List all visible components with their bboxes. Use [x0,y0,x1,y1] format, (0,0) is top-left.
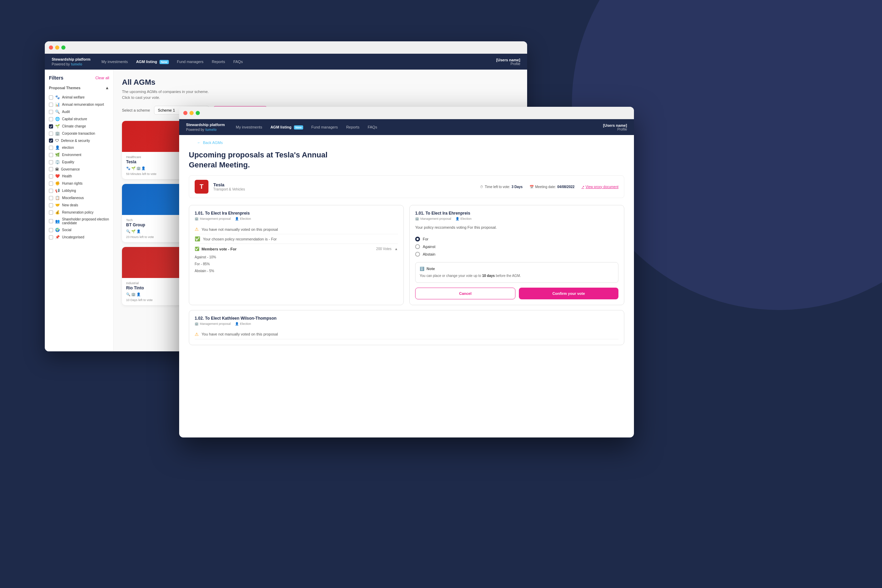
proposal-tag-election-r: 👤 Election [456,217,472,220]
filter-checkbox[interactable] [49,196,53,200]
filter-corporate-transaction[interactable]: 🏢 Corporate transaction [49,130,109,137]
filter-checkbox[interactable] [49,160,53,164]
filter-checkbox[interactable] [49,153,53,157]
proxy-document-link[interactable]: ↗ View proxy document [582,185,618,189]
nav-faqs-front[interactable]: FAQs [368,125,377,129]
filter-remuneration-policy[interactable]: 💰 Remuneration policy [49,209,109,216]
filter-checkbox[interactable] [49,182,53,186]
members-vote-label: ✅ Members vote - For [195,247,236,251]
filter-checkbox[interactable] [49,174,53,178]
filter-label: New deals [62,203,78,207]
filter-human-rights[interactable]: ✊ Human rights [49,180,109,187]
filter-icon: 🏢 [55,131,60,136]
nav-fund-managers-front[interactable]: Fund managers [312,125,338,129]
browser-chrome [45,41,527,54]
filter-checkbox[interactable] [49,110,53,114]
filter-equality[interactable]: ⚖️ Equality [49,159,109,166]
filter-checkbox[interactable] [49,203,53,207]
filter-icon: 📌 [55,235,60,239]
back-button[interactable]: ← Back AGMs [189,135,624,147]
top-nav: Stewardship platform Powered by tumelo M… [45,54,527,70]
warning-icon-2: ⚠ [195,332,199,337]
filter-lobbying[interactable]: 📢 Lobbying [49,187,109,194]
filter-checkbox[interactable] [49,235,53,239]
company-sector: Transport & Vehicles [213,188,475,191]
nav-agm-listing[interactable]: AGM listing New [136,60,169,64]
radio-for[interactable]: For [415,235,618,243]
filter-checkbox-checked[interactable] [49,124,53,129]
nav-faqs[interactable]: FAQs [233,60,243,64]
company-logo: T [195,180,208,194]
close-dot[interactable] [183,111,188,115]
company-name: Tesla [213,182,475,188]
filter-checkbox[interactable] [49,132,53,136]
nav-my-investments-front[interactable]: My investments [236,125,262,129]
filter-label: Lobbying [62,189,76,192]
external-link-icon: ↗ [582,185,584,189]
maximize-dot[interactable] [62,45,66,50]
filter-checkbox[interactable] [49,189,53,193]
filter-new-deals[interactable]: 🤝 New deals [49,201,109,209]
filter-election[interactable]: 👤 election [49,144,109,151]
detail-content: ← Back AGMs Upcoming proposals at Tesla'… [179,135,634,438]
nav-agm-listing-front[interactable]: AGM listing New [270,125,303,129]
filter-governance[interactable]: 🏛 Governance [49,166,109,172]
detail-nav: Stewardship platform Powered by tumelo M… [179,119,634,135]
time-left-meta: ⏱ Time left to vote: 3 Days [480,185,523,189]
filter-climate-change[interactable]: 🌱 Climate change [49,123,109,130]
company-meta: ⏱ Time left to vote: 3 Days 📅 Meeting da… [480,185,618,189]
filter-label: Shareholder proposed election candidate [62,218,109,225]
themes-collapse-icon[interactable]: ▲ [105,86,109,90]
proposal-themes-header: Proposal Themes ▲ [49,86,109,90]
filter-audit[interactable]: 🔍 Audit [49,108,109,116]
filter-checkbox[interactable] [49,146,53,150]
nav-reports[interactable]: Reports [212,60,225,64]
radio-circle-against[interactable] [415,244,420,249]
filter-shareholder[interactable]: 👥 Shareholder proposed election candidat… [49,216,109,226]
filter-checkbox-checked[interactable] [49,138,53,142]
filter-uncategorised[interactable]: 📌 Uncategorised [49,234,109,241]
filter-checkbox[interactable] [49,219,53,223]
filter-checkbox[interactable] [49,103,53,107]
nav-my-investments[interactable]: My investments [101,60,128,64]
filter-defence-security[interactable]: 🛡 Defence & security [49,137,109,144]
nav-reports-front[interactable]: Reports [346,125,360,129]
vote-breakdown: Against - 10% For - 85% Abstain - 5% [195,254,398,274]
filter-icon: 🌿 [55,153,60,157]
filter-checkbox[interactable] [49,95,53,99]
radio-circle-for[interactable] [415,237,420,242]
radio-against[interactable]: Against [415,243,618,250]
filter-checkbox[interactable] [49,117,53,121]
chevron-up-icon[interactable]: ▲ [394,247,398,251]
filter-checkbox[interactable] [49,167,53,171]
minimize-dot[interactable] [189,111,194,115]
cancel-button[interactable]: Cancel [415,288,515,299]
management-icon-r: 🏢 [415,217,419,220]
filter-social[interactable]: 🌍 Social [49,226,109,234]
minimize-dot[interactable] [55,45,59,50]
filter-checkbox[interactable] [49,210,53,214]
radio-abstain[interactable]: Abstain [415,250,618,258]
management-icon: 🏢 [195,217,198,220]
filter-miscellaneous[interactable]: 📋 Miscellaneous [49,194,109,201]
maximize-dot[interactable] [196,111,200,115]
confirm-vote-button[interactable]: Confirm your vote [519,288,618,299]
proposal-tag-management-2: 🏢 Management proposal [195,322,231,326]
filter-annual-remuneration[interactable]: 📊 Annual remuneration report [49,101,109,108]
filter-label: election [62,146,74,150]
nav-fund-managers[interactable]: Fund managers [177,60,204,64]
proposal-tag-election-2: 👤 Election [235,322,251,326]
clear-all-button[interactable]: Clear all [95,76,109,80]
filter-label: Capital structure [62,117,87,121]
note-header: ℹ️ Note [420,267,614,271]
filter-checkbox[interactable] [49,228,53,232]
radio-circle-abstain[interactable] [415,252,420,256]
filter-animal-welfare[interactable]: 🐾 Animal welfare [49,94,109,101]
browser-chrome-front [179,107,634,119]
close-dot[interactable] [49,45,53,50]
filter-icon: 🌍 [55,228,60,232]
filter-health[interactable]: ❤️ Health [49,172,109,180]
filter-environment[interactable]: 🌿 Environment [49,151,109,159]
nav-user-front: [Users name] Profile [603,123,627,131]
filter-capital-structure[interactable]: 🌐 Capital structure [49,116,109,123]
